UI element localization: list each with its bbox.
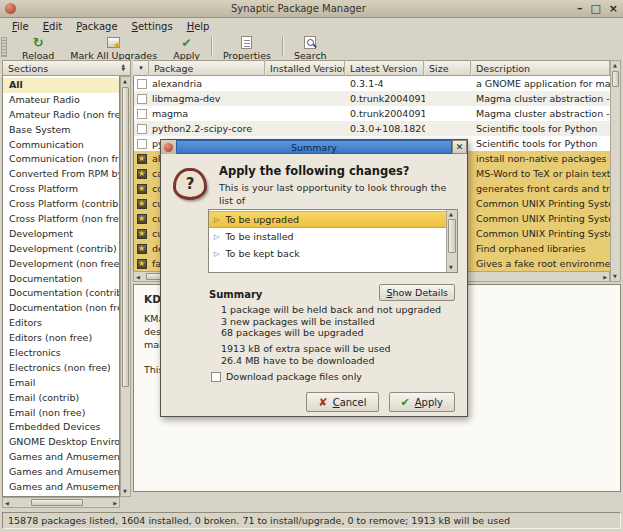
window-titlebar[interactable]: Synaptic Package Manager – □ ×	[0, 0, 623, 18]
menu-item[interactable]: Settings	[125, 20, 180, 33]
sections-list: AllAmateur RadioAmateur Radio (non free)…	[2, 76, 120, 497]
menubar: FileEditPackageSettingsHelp	[0, 18, 623, 35]
status-column-header[interactable]: ▾	[133, 60, 149, 76]
installed-version	[266, 76, 346, 91]
cancel-x-icon: ✘	[318, 396, 327, 409]
package-status-icon: ★	[137, 124, 147, 134]
section-item[interactable]: Documentation (non free)	[3, 301, 119, 316]
apply-icon: ✔	[182, 36, 192, 49]
toolbar: ↻ Reload ★ Mark All Upgrades ✔ Apply Pro…	[0, 35, 623, 60]
installed-version	[266, 121, 346, 136]
changes-tree-item[interactable]: ▷ To be installed	[209, 228, 446, 245]
apply-button[interactable]: ✔ Apply	[165, 35, 208, 61]
package-size	[425, 91, 472, 106]
size-column-header[interactable]: Size	[424, 60, 471, 76]
menu-item[interactable]: File	[5, 20, 36, 33]
section-item[interactable]: Editors (non free)	[3, 331, 119, 346]
section-item[interactable]: Communication	[3, 138, 119, 153]
section-item[interactable]: Email (non free)	[3, 406, 119, 421]
sort-toggle-icon: ▲▼	[122, 64, 125, 73]
properties-button[interactable]: Properties	[215, 35, 279, 61]
menu-item[interactable]: Help	[180, 20, 217, 33]
section-item[interactable]: GNOME Desktop Environme	[3, 435, 119, 450]
installed-version	[266, 91, 346, 106]
tree-vertical-scrollbar[interactable]: ▲ ▼	[446, 210, 457, 272]
menu-item[interactable]: Package	[69, 20, 124, 33]
changes-tree-item[interactable]: ▷ To be upgraded	[209, 211, 446, 228]
section-item[interactable]: Embedded Devices	[3, 420, 119, 435]
search-button[interactable]: Search	[286, 35, 335, 61]
latest-version: 0.trunk20040913-1	[346, 91, 425, 106]
section-item[interactable]: Converted From RPM by Alie	[3, 167, 119, 182]
section-item[interactable]: Editors	[3, 316, 119, 331]
table-row[interactable]: ★ magma 0.trunk20040913-1 Magma cluster …	[134, 106, 610, 121]
apply-dialog-button[interactable]: ✔ Apply	[389, 392, 455, 412]
expander-icon[interactable]: ▷	[214, 233, 219, 241]
sections-column-header[interactable]: Sections ▲▼	[2, 60, 131, 76]
section-item[interactable]: Cross Platform (non free)	[3, 212, 119, 227]
section-item[interactable]: Email	[3, 376, 119, 391]
table-row[interactable]: ★ libmagma-dev 0.trunk20040913-1 Magma c…	[134, 91, 610, 106]
package-description: a GNOME application for managing	[472, 76, 610, 91]
section-item[interactable]: Electronics (non free)	[3, 361, 119, 376]
package-name: alexandria	[150, 76, 266, 91]
latest-version-column-header[interactable]: Latest Version	[345, 60, 424, 76]
section-item[interactable]: Amateur Radio (non free)	[3, 108, 119, 123]
package-description: Find orphaned libraries	[472, 241, 610, 256]
section-item[interactable]: Development (non free)	[3, 257, 119, 272]
show-details-button[interactable]: Show Details	[379, 284, 455, 301]
changes-tree-item[interactable]: ▷ To be kept back	[209, 245, 446, 262]
reload-button[interactable]: ↻ Reload	[14, 35, 62, 61]
section-item[interactable]: Cross Platform (contrib)	[3, 197, 119, 212]
question-icon: ?	[173, 168, 207, 200]
mark-all-upgrades-button[interactable]: ★ Mark All Upgrades	[62, 35, 165, 61]
toolbar-gripper[interactable]	[1, 37, 7, 57]
toolbar-separator	[211, 37, 212, 56]
close-button[interactable]: ×	[609, 3, 618, 14]
dialog-titlebar[interactable]: Summary ✕	[161, 140, 467, 154]
package-status-icon: ★	[137, 169, 147, 179]
summary-line: 1 package will be held back and not upgr…	[221, 304, 441, 316]
mark-all-upgrades-icon: ★	[107, 37, 120, 48]
table-row[interactable]: ★ python2.2-scipy-core 0.3.0+108.1820-1 …	[134, 121, 610, 136]
section-item[interactable]: Amateur Radio	[3, 93, 119, 108]
section-item[interactable]: Electronics	[3, 346, 119, 361]
package-status-icon: ★	[137, 79, 147, 89]
minimize-button[interactable]: –	[577, 3, 583, 14]
section-item[interactable]: Games and Amusement (co	[3, 465, 119, 480]
package-name: python2.2-scipy-core	[150, 121, 266, 136]
expander-icon[interactable]: ▷	[214, 216, 219, 224]
download-only-checkbox[interactable]: Download package files only	[211, 371, 362, 382]
section-item[interactable]: Development	[3, 227, 119, 242]
section-item[interactable]: Development (contrib)	[3, 242, 119, 257]
sections-vertical-scrollbar[interactable]: ▲ ▼	[120, 76, 131, 497]
maximize-button[interactable]: □	[590, 3, 600, 14]
package-status-icon: ★	[137, 229, 147, 239]
section-item[interactable]: Documentation	[3, 272, 119, 287]
section-item[interactable]: Games and Amusement	[3, 450, 119, 465]
section-item[interactable]: Games and Amusement (n	[3, 480, 119, 495]
section-item[interactable]: All	[3, 78, 119, 93]
sections-pane: Sections ▲▼ AllAmateur RadioAmateur Radi…	[2, 60, 131, 508]
section-item[interactable]: Email (contrib)	[3, 391, 119, 406]
expander-icon[interactable]: ▷	[214, 250, 219, 258]
table-vertical-scrollbar[interactable]: ▲ ▼	[610, 60, 621, 282]
properties-icon	[241, 36, 252, 49]
changes-tree-label: To be upgraded	[225, 214, 299, 225]
checkbox-box[interactable]	[211, 372, 221, 382]
cancel-button[interactable]: ✘ Cancel	[306, 392, 378, 412]
summary-line: 68 packages will be upgraded	[221, 327, 441, 339]
installed-version-column-header[interactable]: Installed Version	[265, 60, 345, 76]
section-item[interactable]: Documentation (contrib)	[3, 286, 119, 301]
apply-check-icon: ✔	[401, 396, 410, 409]
package-column-header[interactable]: Package	[149, 60, 265, 76]
description-column-header[interactable]: Description	[471, 60, 610, 76]
section-item[interactable]: Base System	[3, 123, 119, 138]
section-item[interactable]: Communication (non free)	[3, 152, 119, 167]
dialog-close-button[interactable]: ✕	[452, 140, 467, 154]
menu-item[interactable]: Edit	[36, 20, 69, 33]
section-item[interactable]: Cross Platform	[3, 182, 119, 197]
sections-horizontal-scrollbar[interactable]: ◀ ▶	[2, 497, 120, 508]
package-status-icon: ★	[137, 109, 147, 119]
table-row[interactable]: ★ alexandria 0.3.1-4 a GNOME application…	[134, 76, 610, 91]
